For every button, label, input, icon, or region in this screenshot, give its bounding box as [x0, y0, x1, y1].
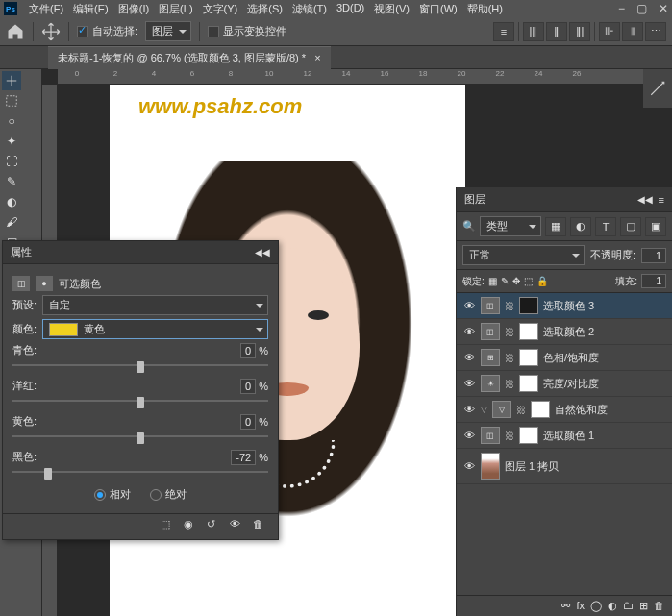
auto-select-checkbox[interactable]	[77, 26, 88, 37]
layer-name[interactable]: 色相/饱和度	[543, 351, 599, 365]
magic-wand-tool[interactable]: ✦	[2, 132, 21, 151]
show-transform-checkbox[interactable]	[208, 26, 219, 37]
visibility-toggle-icon[interactable]: 👁	[462, 430, 476, 441]
reset-icon[interactable]: ↺	[207, 518, 224, 535]
menu-item[interactable]: 滤镜(T)	[288, 0, 331, 18]
filter-adjust-icon[interactable]: ◐	[570, 217, 591, 236]
collapsed-panel-icon[interactable]	[643, 69, 672, 108]
move-tool[interactable]	[2, 71, 21, 90]
slider-track[interactable]	[12, 466, 268, 478]
menu-item[interactable]: 选择(S)	[243, 0, 286, 18]
menu-item[interactable]: 文字(Y)	[199, 0, 242, 18]
menu-item[interactable]: 图像(I)	[114, 0, 153, 18]
slider-value-input[interactable]: 0	[240, 379, 256, 394]
lasso-tool[interactable]: ○	[2, 111, 21, 131]
layer-thumbnail[interactable]	[481, 453, 500, 480]
layer-mask-thumb[interactable]	[519, 375, 538, 392]
visibility-icon[interactable]: 👁	[230, 518, 247, 535]
layers-panel-header[interactable]: 图层 ◀◀ ≡	[457, 187, 672, 212]
new-group-icon[interactable]: 🗀	[623, 600, 634, 612]
blend-mode-select[interactable]: 正常	[462, 245, 585, 265]
menu-item[interactable]: 视图(V)	[370, 0, 413, 18]
healing-brush-tool[interactable]: ◐	[2, 192, 21, 211]
delete-icon[interactable]: 🗑	[253, 518, 270, 535]
lock-brush-icon[interactable]: ✎	[501, 276, 509, 286]
layer-name[interactable]: 选取颜色 1	[543, 429, 594, 443]
slider-value-input[interactable]: 0	[240, 343, 256, 358]
visibility-toggle-icon[interactable]: 👁	[462, 460, 476, 472]
lock-position-icon[interactable]: ✥	[512, 276, 520, 286]
colors-select[interactable]: 黄色	[42, 319, 268, 339]
mask-icon[interactable]: ●	[36, 276, 53, 291]
close-tab-icon[interactable]: ×	[314, 52, 320, 63]
fill-value[interactable]: 1	[641, 274, 666, 288]
absolute-radio[interactable]	[150, 489, 162, 501]
layer-row[interactable]: 👁 ▽▽ ⛓ 自然饱和度	[457, 397, 672, 423]
visibility-toggle-icon[interactable]: 👁	[462, 352, 476, 363]
layer-mask-thumb[interactable]	[519, 323, 538, 340]
layer-name[interactable]: 亮度/对比度	[543, 377, 599, 391]
menu-item[interactable]: 窗口(W)	[415, 0, 461, 18]
layer-mask-thumb[interactable]	[519, 297, 538, 314]
visibility-toggle-icon[interactable]: 👁	[462, 378, 476, 389]
align-left-icon[interactable]: |‖	[523, 22, 544, 41]
opacity-value[interactable]: 1	[641, 248, 666, 263]
new-layer-icon[interactable]: ⊞	[639, 600, 648, 612]
menu-item[interactable]: 3D(D)	[333, 0, 368, 18]
layer-row[interactable]: 👁 ◫ ⛓ 选取颜色 3	[457, 293, 672, 319]
adjustment-thumb-icon[interactable]: ☀	[481, 375, 500, 392]
move-tool-icon[interactable]	[41, 22, 61, 41]
marquee-tool[interactable]	[2, 91, 21, 111]
filter-kind-select[interactable]: 类型	[480, 216, 541, 236]
document-tab[interactable]: 未标题-1-恢复的 @ 66.7% (选取颜色 3, 图层蒙版/8) * ×	[48, 46, 331, 69]
slider-value-input[interactable]: 0	[240, 414, 256, 430]
align-center-icon[interactable]: ‖	[546, 22, 567, 41]
slider-track[interactable]	[12, 431, 268, 442]
lock-artboard-icon[interactable]: ⬚	[524, 276, 533, 286]
distribute-v-icon[interactable]: ⫴	[622, 22, 643, 41]
filter-smart-icon[interactable]: ▣	[645, 217, 666, 236]
close-button[interactable]: ✕	[659, 2, 668, 15]
panel-menu-icon[interactable]: ≡	[659, 194, 664, 206]
align-right-icon[interactable]: ‖|	[569, 22, 590, 41]
delete-layer-icon[interactable]: 🗑	[654, 600, 664, 612]
slider-track[interactable]	[12, 359, 268, 371]
layer-mask-thumb[interactable]	[519, 427, 538, 444]
layer-style-icon[interactable]: fx	[576, 600, 585, 612]
layer-row[interactable]: 👁 ◫ ⛓ 选取颜色 1	[457, 423, 672, 449]
auto-select-target-select[interactable]: 图层	[145, 21, 191, 41]
visibility-toggle-icon[interactable]: 👁	[462, 326, 476, 337]
collapse-panel-icon[interactable]: ◀◀	[637, 194, 653, 205]
minimize-button[interactable]: −	[618, 2, 625, 15]
more-icon[interactable]: ⋯	[645, 22, 666, 41]
adjustment-thumb-icon[interactable]: ◫	[481, 323, 500, 340]
layer-mask-thumb[interactable]	[531, 401, 550, 418]
layer-name[interactable]: 选取颜色 2	[543, 325, 594, 339]
relative-radio[interactable]	[94, 489, 106, 501]
slider-track[interactable]	[12, 395, 268, 407]
layer-name[interactable]: 选取颜色 3	[543, 299, 594, 313]
layer-row[interactable]: 👁 ⊞ ⛓ 色相/饱和度	[457, 345, 672, 371]
lock-all-icon[interactable]: 🔒	[536, 276, 548, 286]
properties-panel-header[interactable]: 属性 ◀◀	[3, 241, 278, 264]
layer-name[interactable]: 自然饱和度	[555, 403, 608, 417]
layer-row[interactable]: 👁 ◫ ⛓ 选取颜色 2	[457, 319, 672, 345]
layer-row[interactable]: 👁 ☀ ⛓ 亮度/对比度	[457, 371, 672, 397]
layer-name[interactable]: 图层 1 拷贝	[505, 459, 559, 474]
home-icon[interactable]	[6, 22, 25, 41]
disclosure-icon[interactable]: ▽	[481, 405, 487, 414]
align-icon[interactable]: ≡	[493, 22, 514, 41]
new-adjustment-icon[interactable]: ◐	[608, 600, 617, 612]
layer-mask-thumb[interactable]	[519, 349, 538, 366]
adjustment-thumb-icon[interactable]: ◫	[481, 297, 500, 314]
brush-tool[interactable]: 🖌	[2, 212, 21, 232]
filter-type-icon[interactable]: T	[595, 217, 616, 236]
menu-item[interactable]: 编辑(E)	[69, 0, 112, 18]
filter-pixel-icon[interactable]: ▦	[545, 217, 566, 236]
crop-tool[interactable]: ⛶	[2, 152, 21, 171]
lock-pixels-icon[interactable]: ▦	[488, 276, 497, 286]
filter-shape-icon[interactable]: ▢	[620, 217, 641, 236]
view-previous-icon[interactable]: ◉	[184, 518, 201, 535]
eyedropper-tool[interactable]: ✎	[2, 172, 21, 191]
collapse-panel-icon[interactable]: ◀◀	[255, 247, 270, 258]
